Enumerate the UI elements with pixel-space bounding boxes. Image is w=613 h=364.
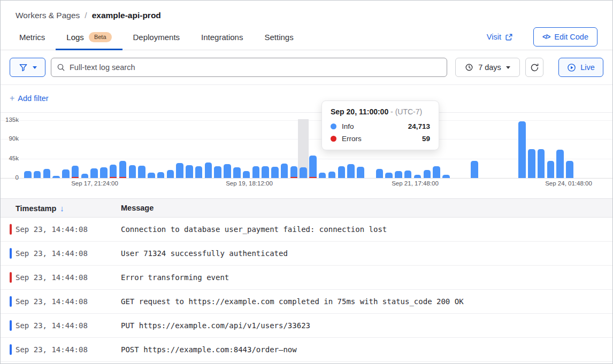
chart-bar[interactable] — [110, 165, 117, 178]
chart-bar[interactable] — [157, 172, 165, 178]
error-level-indicator — [10, 272, 12, 283]
chart-bar[interactable] — [290, 166, 298, 178]
chart-bar[interactable] — [319, 173, 326, 178]
chart-bar[interactable] — [72, 166, 79, 178]
log-table-row[interactable]: Sep 23, 14:44:08PUT https://example.com/… — [1, 314, 612, 338]
chart-bar[interactable] — [34, 171, 41, 178]
chart-bar[interactable] — [243, 171, 250, 178]
bar-info-segment — [52, 176, 60, 178]
breadcrumb-parent[interactable]: Workers & Pages — [16, 11, 80, 20]
chart-bar[interactable] — [62, 169, 70, 178]
chart-bar[interactable] — [24, 171, 32, 178]
bar-error-segment — [110, 177, 117, 178]
chart-bar[interactable] — [538, 149, 545, 178]
chart-bar[interactable] — [433, 166, 440, 178]
log-table-row[interactable]: Sep 23, 14:44:08GET request to https://e… — [1, 290, 612, 314]
bar-info-segment — [252, 166, 260, 178]
chart-bar[interactable] — [424, 170, 431, 178]
filter-button[interactable] — [10, 58, 45, 77]
bar-info-segment — [100, 167, 108, 178]
chart-bar[interactable] — [471, 161, 478, 178]
chart-bar[interactable] — [328, 172, 336, 178]
tooltip-row-info: Info24,713 — [331, 122, 430, 130]
chart-bar[interactable] — [262, 166, 269, 178]
tab-deployments[interactable]: Deployments — [122, 24, 191, 50]
bar-info-segment — [43, 169, 51, 178]
tab-metrics[interactable]: Metrics — [9, 24, 56, 50]
chart-bar[interactable] — [186, 165, 193, 178]
clock-icon — [465, 63, 473, 72]
chart-bar[interactable] — [518, 121, 526, 178]
bar-info-segment — [167, 170, 174, 178]
chart-bar[interactable] — [100, 167, 108, 178]
bar-info-segment — [471, 161, 478, 178]
bar-info-segment — [214, 166, 221, 178]
edit-code-button[interactable]: </> Edit Code — [533, 27, 597, 47]
bar-info-segment — [129, 165, 136, 178]
log-timestamp: Sep 23, 14:44:08 — [16, 345, 121, 354]
log-message: POST https://example.com:8443/order–now — [121, 345, 612, 354]
bar-info-segment — [300, 167, 307, 178]
bar-info-segment — [157, 172, 165, 178]
time-range-button[interactable]: 7 days — [455, 58, 520, 77]
log-message: PUT https://example.com/api/v1/users/336… — [121, 321, 612, 330]
refresh-button[interactable] — [525, 58, 543, 77]
add-filter-button[interactable]: + Add filter — [10, 94, 49, 103]
bar-info-segment — [138, 166, 145, 178]
chart-bar[interactable] — [233, 167, 241, 178]
chart-bar[interactable] — [176, 163, 183, 178]
chart-bar[interactable] — [442, 175, 450, 178]
chart-bar[interactable] — [547, 161, 555, 178]
chart-bar[interactable] — [252, 166, 260, 178]
log-table-row[interactable]: Sep 23, 14:44:08User 71324 successfully … — [1, 242, 612, 266]
chart-bar[interactable] — [300, 167, 307, 178]
tab-integrations[interactable]: Integrations — [190, 24, 254, 50]
visit-link[interactable]: Visit — [487, 33, 513, 41]
log-table-row[interactable]: Sep 23, 14:44:08Error transforming event — [1, 266, 612, 290]
tab-settings[interactable]: Settings — [254, 24, 304, 50]
chart-bar[interactable] — [376, 169, 384, 178]
chart-bar[interactable] — [90, 168, 98, 178]
chart-bar[interactable] — [404, 171, 412, 178]
chart-bar[interactable] — [385, 173, 393, 178]
chart-bar[interactable] — [414, 175, 422, 178]
chart-bar[interactable] — [138, 166, 145, 178]
bar-error-segment — [119, 177, 127, 178]
chart-bar[interactable] — [195, 166, 203, 178]
chart-bar[interactable] — [566, 161, 573, 178]
chart-bar[interactable] — [43, 169, 51, 178]
search-input[interactable] — [51, 58, 447, 77]
chart-bar[interactable] — [556, 150, 564, 178]
chart-bar[interactable] — [52, 176, 60, 178]
tab-actions: Visit </> Edit Code — [487, 24, 597, 50]
live-button[interactable]: Live — [558, 58, 603, 77]
chart-bar[interactable] — [224, 164, 231, 178]
log-table-row[interactable]: Sep 23, 14:44:08Connection to database u… — [1, 218, 612, 242]
chart-bar[interactable] — [357, 167, 364, 178]
chart-bar[interactable] — [214, 166, 221, 178]
bar-error-segment — [309, 177, 317, 178]
breadcrumb-current: example-api-prod — [92, 11, 161, 20]
column-header-message[interactable]: Message — [121, 204, 612, 212]
tab-logs[interactable]: LogsBeta — [56, 24, 122, 50]
chart-bar[interactable] — [119, 161, 127, 178]
chart-bar[interactable] — [81, 174, 89, 178]
chart-bar[interactable] — [338, 166, 346, 178]
chart-bar[interactable] — [129, 165, 136, 178]
bar-info-segment — [186, 165, 193, 178]
bar-info-segment — [24, 171, 32, 178]
chart-bar[interactable] — [528, 149, 535, 178]
chart-bar[interactable] — [167, 170, 174, 178]
bar-info-segment — [442, 175, 450, 178]
chart-bar[interactable] — [271, 167, 279, 178]
chart-bar[interactable] — [281, 164, 288, 178]
chart-bar[interactable] — [205, 162, 212, 178]
chart-bar[interactable] — [148, 173, 155, 178]
x-tick-label: Sep 24, 01:48:00 — [545, 180, 592, 187]
chart-bar[interactable] — [309, 156, 317, 178]
code-icon: </> — [542, 33, 550, 41]
column-header-timestamp[interactable]: Timestamp↓ — [16, 204, 121, 213]
chart-bar[interactable] — [395, 171, 402, 178]
chart-bar[interactable] — [347, 164, 355, 178]
log-table-row[interactable]: Sep 23, 14:44:08POST https://example.com… — [1, 338, 612, 362]
